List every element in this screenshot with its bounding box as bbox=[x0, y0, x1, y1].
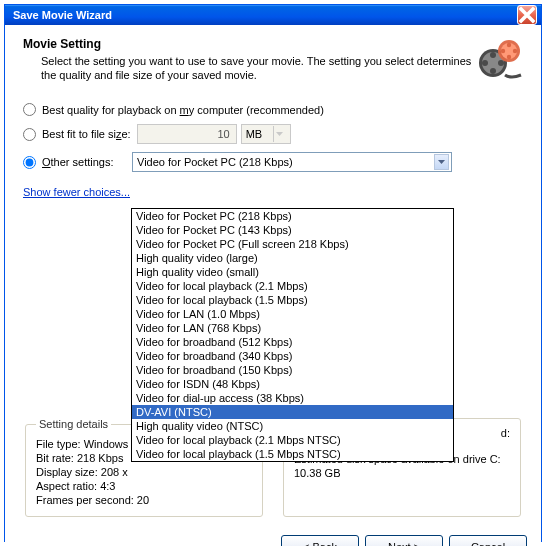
file-size-input bbox=[137, 124, 237, 144]
dropdown-item[interactable]: Video for local playback (2.1 Mbps NTSC) bbox=[132, 433, 453, 447]
back-button[interactable]: < Back bbox=[281, 535, 359, 546]
window-title: Save Movie Wizard bbox=[9, 9, 517, 21]
svg-point-8 bbox=[507, 43, 511, 47]
dropdown-item[interactable]: Video for broadband (150 Kbps) bbox=[132, 363, 453, 377]
dropdown-item[interactable]: Video for LAN (1.0 Mbps) bbox=[132, 307, 453, 321]
dropdown-item[interactable]: DV-AVI (NTSC) bbox=[132, 405, 453, 419]
dropdown-item[interactable]: Video for broadband (340 Kbps) bbox=[132, 349, 453, 363]
svg-point-5 bbox=[482, 60, 488, 66]
space-value-line: 10.38 GB bbox=[294, 467, 510, 479]
dropdown-item[interactable]: Video for LAN (768 Kbps) bbox=[132, 321, 453, 335]
chevron-down-icon bbox=[273, 126, 286, 142]
file-size-unit-combo: MB bbox=[241, 124, 291, 144]
settings-dropdown-list[interactable]: Video for Pocket PC (218 Kbps)Video for … bbox=[131, 208, 454, 462]
setting-details-legend: Setting details bbox=[36, 418, 111, 430]
combo-selected-text: Video for Pocket PC (218 Kbps) bbox=[137, 156, 434, 168]
dropdown-item[interactable]: Video for Pocket PC (218 Kbps) bbox=[132, 209, 453, 223]
show-fewer-link[interactable]: Show fewer choices... bbox=[23, 186, 130, 198]
other-settings-combobox[interactable]: Video for Pocket PC (218 Kbps) bbox=[132, 152, 452, 172]
svg-point-4 bbox=[490, 68, 496, 74]
cancel-button[interactable]: Cancel bbox=[449, 535, 527, 546]
dropdown-item[interactable]: Video for Pocket PC (143 Kbps) bbox=[132, 223, 453, 237]
wizard-footer: < Back Next > Cancel bbox=[5, 527, 541, 546]
display-size-line: Display size: 208 x bbox=[36, 466, 252, 478]
dropdown-item[interactable]: High quality video (small) bbox=[132, 265, 453, 279]
radio-best-fit[interactable]: Best fit to file size: MB bbox=[23, 124, 523, 144]
page-title: Movie Setting bbox=[23, 37, 475, 51]
dropdown-item[interactable]: Video for ISDN (48 Kbps) bbox=[132, 377, 453, 391]
wizard-window: Save Movie Wizard Movie Setting Select t… bbox=[4, 4, 542, 542]
options-group: Best quality for playback on my computer… bbox=[23, 103, 523, 202]
dropdown-item[interactable]: High quality video (large) bbox=[132, 251, 453, 265]
svg-point-3 bbox=[498, 60, 504, 66]
svg-point-11 bbox=[501, 49, 505, 53]
dropdown-item[interactable]: Video for Pocket PC (Full screen 218 Kbp… bbox=[132, 237, 453, 251]
dropdown-item[interactable]: Video for dial-up access (38 Kbps) bbox=[132, 391, 453, 405]
radio-best-quality-label: Best quality for playback on my computer… bbox=[42, 104, 324, 116]
wizard-body: Movie Setting Select the setting you wan… bbox=[5, 25, 541, 527]
file-size-unit-text: MB bbox=[246, 128, 263, 140]
next-button[interactable]: Next > bbox=[365, 535, 443, 546]
wizard-header: Movie Setting Select the setting you wan… bbox=[23, 37, 523, 85]
page-description: Select the setting you want to use to sa… bbox=[23, 54, 475, 83]
radio-other-settings[interactable]: Other settings: Video for Pocket PC (218… bbox=[23, 152, 523, 172]
radio-best-fit-label: Best fit to file size: bbox=[42, 128, 131, 140]
movie-reel-icon bbox=[475, 37, 523, 85]
radio-best-quality-input[interactable] bbox=[23, 103, 36, 116]
svg-point-9 bbox=[513, 49, 517, 53]
dropdown-item[interactable]: Video for local playback (1.5 Mbps) bbox=[132, 293, 453, 307]
close-icon bbox=[518, 6, 536, 24]
radio-best-quality[interactable]: Best quality for playback on my computer… bbox=[23, 103, 523, 116]
svg-point-2 bbox=[490, 52, 496, 58]
chevron-down-icon[interactable] bbox=[434, 154, 449, 170]
close-button[interactable] bbox=[517, 5, 537, 25]
dropdown-item[interactable]: Video for local playback (1.5 Mbps NTSC) bbox=[132, 447, 453, 461]
dropdown-item[interactable]: Video for local playback (2.1 Mbps) bbox=[132, 279, 453, 293]
radio-best-fit-input[interactable] bbox=[23, 128, 36, 141]
dropdown-item[interactable]: Video for broadband (512 Kbps) bbox=[132, 335, 453, 349]
svg-point-10 bbox=[507, 55, 511, 59]
aspect-ratio-line: Aspect ratio: 4:3 bbox=[36, 480, 252, 492]
dropdown-item[interactable]: High quality video (NTSC) bbox=[132, 419, 453, 433]
radio-other-label: Other settings: bbox=[42, 156, 132, 168]
radio-other-input[interactable] bbox=[23, 156, 36, 169]
fps-line: Frames per second: 20 bbox=[36, 494, 252, 506]
titlebar[interactable]: Save Movie Wizard bbox=[5, 5, 541, 25]
